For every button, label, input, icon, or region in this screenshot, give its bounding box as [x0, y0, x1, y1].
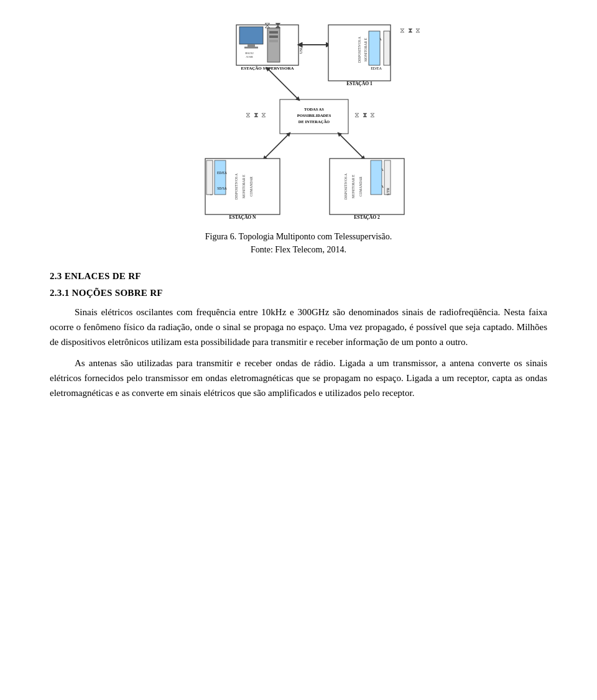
- svg-rect-56: [330, 159, 404, 214]
- svg-text:DISPOSITIVOS A: DISPOSITIVOS A: [344, 173, 348, 200]
- caption-line2: Fonte: Flex Telecom, 2014.: [205, 243, 392, 256]
- svg-text:COMANDAR: COMANDAR: [359, 177, 363, 196]
- svg-text:TODAS AS: TODAS AS: [304, 107, 324, 111]
- svg-text:ED/EA: ED/EA: [371, 67, 382, 70]
- svg-text:ESTAÇÃO 1: ESTAÇÃO 1: [346, 81, 373, 86]
- paragraph-2: As antenas são utilizadas para transmiti…: [50, 356, 547, 400]
- svg-text:RS232: RS232: [245, 52, 254, 55]
- svg-rect-6: [269, 31, 278, 34]
- svg-text:COMANDAR: COMANDAR: [249, 177, 253, 196]
- svg-rect-8: [269, 40, 278, 42]
- svg-text:POSSIBILIDADES: POSSIBILIDADES: [297, 113, 331, 117]
- svg-text:DISPOSITIVOS A: DISPOSITIVOS A: [234, 173, 238, 200]
- svg-text:⧖: ⧖: [261, 111, 266, 118]
- svg-rect-7: [269, 35, 278, 38]
- svg-text:ED/EA: ED/EA: [217, 171, 227, 175]
- page-container: RS232 /USB ESTAÇÃO SUPERVISORA USLIP DIS…: [0, 0, 597, 700]
- svg-text:ESTAÇÃO 2: ESTAÇÃO 2: [354, 214, 380, 220]
- svg-text:⧖: ⧖: [415, 26, 420, 34]
- section-2-3-1-heading: 2.3.1 Noções Sobre RF: [50, 288, 547, 298]
- svg-text:⧗: ⧗: [254, 111, 259, 118]
- section-2-3-1: 2.3.1 Noções Sobre RF Sinais elétricos o…: [50, 288, 547, 400]
- section-2-3: 2.3 Enlaces de RF: [50, 271, 547, 282]
- svg-text:⧖: ⧖: [354, 111, 359, 118]
- figure-caption: Figura 6. Topologia Multiponto com Teles…: [205, 230, 392, 256]
- svg-text:⧖: ⧖: [246, 111, 251, 118]
- svg-text:⧖: ⧖: [264, 21, 271, 30]
- svg-text:⧖: ⧖: [370, 111, 375, 118]
- svg-rect-22: [384, 31, 390, 65]
- svg-text:MONITORAR E: MONITORAR E: [364, 37, 368, 62]
- svg-text:MONITORAR E: MONITORAR E: [242, 174, 246, 198]
- svg-rect-3: [248, 44, 255, 47]
- svg-text:DE INTERAÇÃO: DE INTERAÇÃO: [298, 119, 330, 124]
- svg-text:/USB: /USB: [246, 55, 253, 58]
- svg-rect-48: [206, 160, 213, 195]
- paragraph-1: Sinais elétricos oscilantes com frequênc…: [50, 305, 547, 349]
- svg-text:⧖: ⧖: [400, 26, 405, 34]
- svg-rect-21: [369, 31, 380, 65]
- svg-text:UTR: UTR: [386, 188, 390, 195]
- svg-text:ESTAÇÃO N: ESTAÇÃO N: [229, 214, 257, 220]
- topology-diagram: RS232 /USB ESTAÇÃO SUPERVISORA USLIP DIS…: [155, 19, 442, 230]
- svg-rect-62: [371, 160, 382, 195]
- svg-text:SD/SA: SD/SA: [217, 187, 227, 190]
- svg-rect-4: [244, 47, 258, 48]
- caption-line1: Figura 6. Topologia Multiponto com Teles…: [205, 230, 392, 243]
- svg-text:⧗: ⧗: [363, 111, 368, 118]
- svg-text:⧗: ⧗: [275, 21, 281, 30]
- section-2-3-heading: 2.3 Enlaces de RF: [50, 271, 547, 282]
- svg-text:⧗: ⧗: [408, 26, 413, 34]
- svg-text:DISPOSITIVOS A: DISPOSITIVOS A: [358, 37, 361, 63]
- svg-rect-2: [239, 27, 263, 44]
- svg-text:MONITORAR E: MONITORAR E: [351, 174, 355, 198]
- figure-container: RS232 /USB ESTAÇÃO SUPERVISORA USLIP DIS…: [50, 19, 547, 256]
